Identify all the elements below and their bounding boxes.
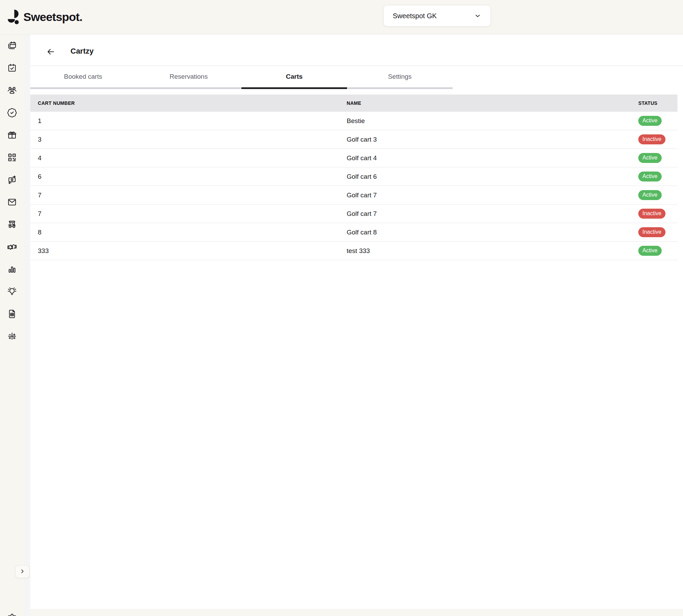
carts-table-body: 1BestieActive3Golf cart 3Inactive4Golf c… <box>30 112 677 260</box>
logo-text: Sweetspot. <box>23 10 82 24</box>
qr-code-icon <box>7 152 17 163</box>
tab-carts[interactable]: Carts <box>241 66 347 89</box>
app-logo[interactable]: Sweetspot. <box>7 9 82 25</box>
sidebar-item-qr-codes[interactable] <box>0 146 24 168</box>
sidebar-item-tee-sheet[interactable] <box>0 34 24 57</box>
main-content: Cartzy Booked cartsReservationsCartsSett… <box>30 34 683 609</box>
column-header-cart-number: CART NUMBER <box>30 100 347 106</box>
badge-check-icon <box>7 108 17 118</box>
table-header-row: CART NUMBERNAMESTATUS <box>30 95 677 112</box>
content-gutter <box>24 34 30 616</box>
cart-number-cell: 3 <box>30 136 347 143</box>
cart-name-cell: test 333 <box>347 247 638 255</box>
sidebar <box>0 34 24 616</box>
table-row[interactable]: 4Golf cart 4Active <box>30 149 677 167</box>
page-header: Cartzy <box>30 34 683 66</box>
members-icon <box>7 85 17 96</box>
adjustments-icon <box>7 331 17 341</box>
status-badge: Inactive <box>638 227 665 237</box>
back-button[interactable] <box>46 47 55 56</box>
sidebar-item-messages[interactable] <box>0 191 24 213</box>
status-badge: Active <box>638 246 662 255</box>
status-cell: Active <box>638 153 677 163</box>
club-selector-value: Sweetspot GK <box>393 12 437 20</box>
cart-number-cell: 4 <box>30 154 347 162</box>
status-badge: Active <box>638 190 662 200</box>
gift-icon <box>7 130 17 140</box>
sidebar-item-partnerships[interactable] <box>0 235 24 258</box>
sidebar-item-members[interactable] <box>0 79 24 101</box>
cart-name-cell: Golf cart 8 <box>347 229 638 236</box>
page-title: Cartzy <box>71 47 94 56</box>
cart-number-cell: 8 <box>30 229 347 236</box>
status-cell: Active <box>638 172 677 181</box>
tab-settings[interactable]: Settings <box>347 66 453 89</box>
mail-icon <box>7 197 17 207</box>
sidebar-item-memberships[interactable] <box>0 101 24 124</box>
statistics-icon <box>7 264 17 274</box>
table-row[interactable]: 6Golf cart 6Active <box>30 167 677 186</box>
status-badge: Active <box>638 116 662 125</box>
sidebar-item-insights[interactable] <box>0 280 24 302</box>
sidebar-item-settings[interactable] <box>0 608 24 616</box>
cart-number-cell: 7 <box>30 191 347 199</box>
status-cell: Inactive <box>638 134 677 144</box>
status-badge: Inactive <box>638 209 665 218</box>
cart-name-cell: Golf cart 7 <box>347 191 638 199</box>
payments-icon <box>7 175 17 185</box>
golf-cart-icon <box>7 219 17 230</box>
chevron-down-icon <box>474 12 481 20</box>
cart-name-cell: Golf cart 7 <box>347 210 638 218</box>
sidebar-item-adjustments[interactable] <box>0 325 24 347</box>
status-cell: Active <box>638 246 677 255</box>
sidebar-item-statistics[interactable] <box>0 258 24 280</box>
status-badge: Inactive <box>638 134 665 144</box>
cart-name-cell: Golf cart 3 <box>347 136 638 143</box>
sweetspot-logo-icon <box>7 9 20 25</box>
partnership-icon <box>7 242 17 252</box>
cart-name-cell: Bestie <box>347 117 638 125</box>
sidebar-nav <box>0 34 24 347</box>
tab-reservations[interactable]: Reservations <box>136 66 241 89</box>
sidebar-item-invoices[interactable] <box>0 302 24 325</box>
tee-sheet-icon <box>7 41 17 51</box>
column-header-name: NAME <box>347 100 638 106</box>
sidebar-item-golf-carts[interactable] <box>0 213 24 235</box>
cart-number-cell: 1 <box>30 117 347 125</box>
app-header: Sweetspot. Sweetspot GK <box>0 0 683 34</box>
club-selector-dropdown[interactable]: Sweetspot GK <box>383 5 491 26</box>
status-cell: Active <box>638 190 677 200</box>
status-cell: Inactive <box>638 227 677 237</box>
calendar-check-icon <box>7 63 17 73</box>
table-row[interactable]: 333test 333Active <box>30 242 677 260</box>
sidebar-item-vouchers[interactable] <box>0 124 24 146</box>
sidebar-item-payments[interactable] <box>0 168 24 191</box>
status-badge: Active <box>638 153 662 163</box>
sidebar-item-calendar[interactable] <box>0 57 24 79</box>
table-row[interactable]: 7Golf cart 7Inactive <box>30 205 677 223</box>
table-row[interactable]: 7Golf cart 7Active <box>30 186 677 205</box>
gear-icon <box>7 613 17 616</box>
table-row[interactable]: 8Golf cart 8Inactive <box>30 223 677 242</box>
cart-number-cell: 333 <box>30 247 347 255</box>
arrow-left-icon <box>46 52 55 57</box>
carts-table: CART NUMBERNAMESTATUS 1BestieActive3Golf… <box>30 95 677 260</box>
chevron-right-icon <box>19 568 26 576</box>
cart-number-cell: 6 <box>30 173 347 180</box>
cart-name-cell: Golf cart 6 <box>347 173 638 180</box>
status-badge: Active <box>638 172 662 181</box>
invoices-icon <box>7 309 17 319</box>
status-cell: Active <box>638 116 677 125</box>
table-row[interactable]: 3Golf cart 3Inactive <box>30 130 677 149</box>
cart-number-cell: 7 <box>30 210 347 218</box>
table-row[interactable]: 1BestieActive <box>30 112 677 130</box>
tab-bar: Booked cartsReservationsCartsSettings <box>30 66 453 89</box>
sidebar-expand-button[interactable] <box>15 565 30 578</box>
status-cell: Inactive <box>638 209 677 218</box>
column-header-status: STATUS <box>638 100 677 106</box>
tab-booked-carts[interactable]: Booked carts <box>30 66 136 89</box>
insights-icon <box>7 286 17 297</box>
cart-name-cell: Golf cart 4 <box>347 154 638 162</box>
